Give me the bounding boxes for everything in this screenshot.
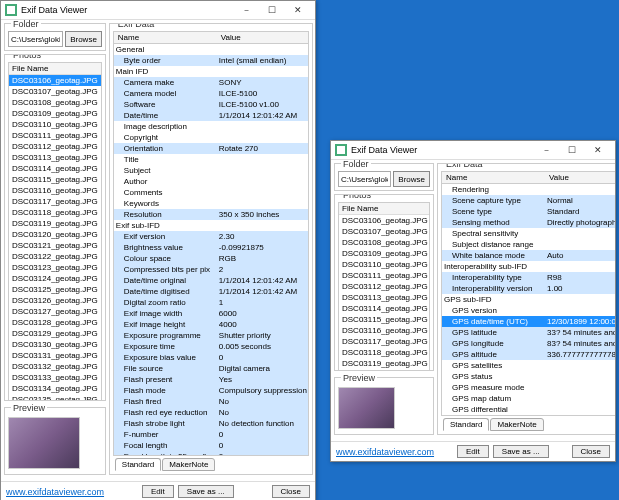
exif-row[interactable]: Flash modeCompulsory suppression: [114, 385, 308, 396]
file-list-item[interactable]: DSC03110_geotag.JPG: [339, 259, 429, 270]
file-list-header[interactable]: File Name: [339, 203, 429, 215]
exif-row[interactable]: Main IFD: [114, 66, 308, 77]
edit-button[interactable]: Edit: [142, 485, 174, 498]
file-list-item[interactable]: DSC03116_geotag.JPG: [9, 185, 101, 196]
exif-row[interactable]: GPS map datum: [442, 393, 615, 404]
exif-row[interactable]: Author: [114, 176, 308, 187]
file-list-item[interactable]: DSC03109_geotag.JPG: [339, 248, 429, 259]
exif-row[interactable]: GPS longitude83? 54 minutes and 8.6 seco…: [442, 338, 615, 349]
file-list-item[interactable]: DSC03112_geotag.JPG: [9, 141, 101, 152]
file-list-item[interactable]: DSC03114_geotag.JPG: [9, 163, 101, 174]
website-link[interactable]: www.exifdataviewer.com: [6, 487, 104, 497]
titlebar[interactable]: Exif Data Viewer － ☐ ✕: [331, 141, 615, 160]
file-list-item[interactable]: DSC03123_geotag.JPG: [9, 262, 101, 273]
file-list-item[interactable]: DSC03130_geotag.JPG: [9, 339, 101, 350]
exif-grid[interactable]: Name Value RenderingScene capture typeNo…: [441, 171, 615, 416]
exif-row[interactable]: Byte orderIntel (small endian): [114, 55, 308, 66]
file-list-item[interactable]: DSC03113_geotag.JPG: [339, 292, 429, 303]
file-list-item[interactable]: DSC03133_geotag.JPG: [9, 372, 101, 383]
exif-row[interactable]: Flash firedNo: [114, 396, 308, 407]
exif-row[interactable]: Flash presentYes: [114, 374, 308, 385]
exif-row[interactable]: GPS latitude33? 54 minutes and 40.666666…: [442, 327, 615, 338]
maximize-button[interactable]: ☐: [559, 142, 585, 158]
file-list-item[interactable]: DSC03119_geotag.JPG: [339, 358, 429, 369]
exif-row[interactable]: Exif image width6000: [114, 308, 308, 319]
file-list-item[interactable]: DSC03115_geotag.JPG: [9, 174, 101, 185]
titlebar[interactable]: Exif Data Viewer － ☐ ✕: [1, 1, 315, 20]
exif-row[interactable]: OrientationRotate 270: [114, 143, 308, 154]
exif-row[interactable]: Subject distance range: [442, 239, 615, 250]
exif-row[interactable]: Colour spaceRGB: [114, 253, 308, 264]
exif-row[interactable]: Exposure time0.005 seconds: [114, 341, 308, 352]
exif-row[interactable]: GPS version: [442, 305, 615, 316]
exif-row[interactable]: GPS altitude336.777777777778 metres: [442, 349, 615, 360]
file-list-item[interactable]: DSC03117_geotag.JPG: [9, 196, 101, 207]
exif-row[interactable]: Flash strobe lightNo detection function: [114, 418, 308, 429]
saveas-button[interactable]: Save as ...: [178, 485, 234, 498]
exif-grid-header[interactable]: Name Value: [114, 32, 308, 44]
exif-col-value[interactable]: Value: [545, 172, 615, 183]
file-list-item[interactable]: DSC03110_geotag.JPG: [9, 119, 101, 130]
close-button[interactable]: ✕: [585, 142, 611, 158]
exif-row[interactable]: Copyright: [114, 132, 308, 143]
file-list-item[interactable]: DSC03119_geotag.JPG: [9, 218, 101, 229]
folder-path-input[interactable]: [8, 31, 63, 47]
exif-row[interactable]: Exif image height4000: [114, 319, 308, 330]
exif-col-value[interactable]: Value: [217, 32, 308, 43]
exif-row[interactable]: Exposure bias value0: [114, 352, 308, 363]
file-list-item[interactable]: DSC03108_geotag.JPG: [9, 97, 101, 108]
file-list-item[interactable]: DSC03117_geotag.JPG: [339, 336, 429, 347]
exif-row[interactable]: White balance modeAuto: [442, 250, 615, 261]
file-list-item[interactable]: DSC03120_geotag.JPG: [339, 369, 429, 371]
exif-row[interactable]: Interoperability version1.00: [442, 283, 615, 294]
folder-path-input[interactable]: [338, 171, 391, 187]
file-list-item[interactable]: DSC03127_geotag.JPG: [9, 306, 101, 317]
file-list-item[interactable]: DSC03107_geotag.JPG: [339, 226, 429, 237]
close-button[interactable]: ✕: [285, 2, 311, 18]
browse-button[interactable]: Browse: [65, 31, 102, 47]
exif-row[interactable]: Interoperability sub-IFD: [442, 261, 615, 272]
file-list-item[interactable]: DSC03106_geotag.JPG: [9, 75, 101, 86]
exif-row[interactable]: Digital zoom ratio1: [114, 297, 308, 308]
exif-row[interactable]: Camera modelILCE-5100: [114, 88, 308, 99]
exif-row[interactable]: File sourceDigital camera: [114, 363, 308, 374]
file-list-item[interactable]: DSC03111_geotag.JPG: [339, 270, 429, 281]
exif-row[interactable]: Interoperability typeR98: [442, 272, 615, 283]
exif-row[interactable]: GPS sub-IFD: [442, 294, 615, 305]
website-link[interactable]: www.exifdataviewer.com: [336, 447, 434, 457]
exif-row[interactable]: Title: [114, 154, 308, 165]
exif-row[interactable]: Spectral sensitivity: [442, 228, 615, 239]
exif-row[interactable]: Focal length0: [114, 440, 308, 451]
exif-row[interactable]: Scene typeStandard: [442, 206, 615, 217]
exif-row[interactable]: Resolution350 x 350 inches: [114, 209, 308, 220]
exif-row[interactable]: GPS measure mode: [442, 382, 615, 393]
file-list-item[interactable]: DSC03116_geotag.JPG: [339, 325, 429, 336]
exif-row[interactable]: Subject: [114, 165, 308, 176]
minimize-button[interactable]: －: [533, 142, 559, 158]
file-list-item[interactable]: DSC03112_geotag.JPG: [339, 281, 429, 292]
file-list-item[interactable]: DSC03122_geotag.JPG: [9, 251, 101, 262]
exif-row[interactable]: Flash red eye reductionNo: [114, 407, 308, 418]
exif-row[interactable]: Exif sub-IFD: [114, 220, 308, 231]
file-list-item[interactable]: DSC03135_geotag.JPG: [9, 394, 101, 401]
exif-row[interactable]: Date/time original1/1/2014 12:01:42 AM: [114, 275, 308, 286]
file-list-item[interactable]: DSC03106_geotag.JPG: [339, 215, 429, 226]
exif-row[interactable]: Brightness value-0.09921875: [114, 242, 308, 253]
exif-row[interactable]: GPS date/time (UTC)12/30/1899 12:00:00 A…: [442, 316, 615, 327]
tab-makernote[interactable]: MakerNote: [490, 418, 543, 431]
exif-row[interactable]: GPS satellites: [442, 360, 615, 371]
file-list-header[interactable]: File Name: [9, 63, 101, 75]
exif-row[interactable]: Keywords: [114, 198, 308, 209]
exif-col-name[interactable]: Name: [114, 32, 217, 43]
file-list-item[interactable]: DSC03114_geotag.JPG: [339, 303, 429, 314]
exif-row[interactable]: Compressed bits per pix2: [114, 264, 308, 275]
file-list-item[interactable]: DSC03126_geotag.JPG: [9, 295, 101, 306]
close-app-button[interactable]: Close: [572, 445, 610, 458]
saveas-button[interactable]: Save as ...: [493, 445, 549, 458]
file-list-item[interactable]: DSC03118_geotag.JPG: [339, 347, 429, 358]
exif-row[interactable]: Comments: [114, 187, 308, 198]
exif-row[interactable]: GPS status: [442, 371, 615, 382]
file-list-item[interactable]: DSC03115_geotag.JPG: [339, 314, 429, 325]
exif-row[interactable]: Date/time digitised1/1/2014 12:01:42 AM: [114, 286, 308, 297]
exif-grid-header[interactable]: Name Value: [442, 172, 615, 184]
